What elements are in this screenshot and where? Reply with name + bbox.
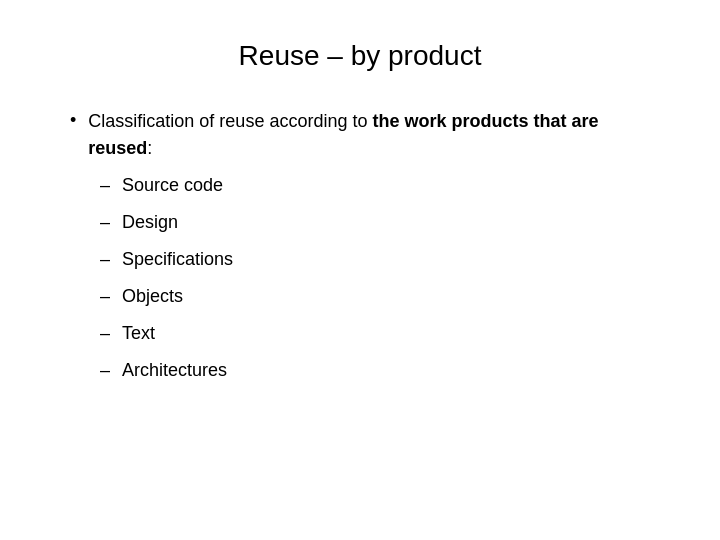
dash-icon: – xyxy=(100,246,110,273)
bullet-text: Classification of reuse according to the… xyxy=(88,108,660,162)
main-bullet: • Classification of reuse according to t… xyxy=(70,108,660,162)
list-item: – Text xyxy=(100,320,660,347)
dash-icon: – xyxy=(100,172,110,199)
slide-title: Reuse – by product xyxy=(60,40,660,72)
dash-icon: – xyxy=(100,357,110,384)
list-item: – Design xyxy=(100,209,660,236)
sub-item-label: Design xyxy=(122,209,178,236)
sub-item-label: Objects xyxy=(122,283,183,310)
sub-item-label: Text xyxy=(122,320,155,347)
list-item: – Architectures xyxy=(100,357,660,384)
slide: Reuse – by product • Classification of r… xyxy=(0,0,720,540)
bullet-text-colon: : xyxy=(147,138,152,158)
sub-item-label: Specifications xyxy=(122,246,233,273)
list-item: – Specifications xyxy=(100,246,660,273)
dash-icon: – xyxy=(100,209,110,236)
dash-icon: – xyxy=(100,283,110,310)
list-item: – Objects xyxy=(100,283,660,310)
sub-item-label: Source code xyxy=(122,172,223,199)
sub-item-label: Architectures xyxy=(122,357,227,384)
list-item: – Source code xyxy=(100,172,660,199)
bullet-text-normal: Classification of reuse according to xyxy=(88,111,372,131)
slide-content: • Classification of reuse according to t… xyxy=(60,108,660,394)
sub-list: – Source code – Design – Specifications … xyxy=(70,172,660,384)
dash-icon: – xyxy=(100,320,110,347)
bullet-dot: • xyxy=(70,110,76,131)
